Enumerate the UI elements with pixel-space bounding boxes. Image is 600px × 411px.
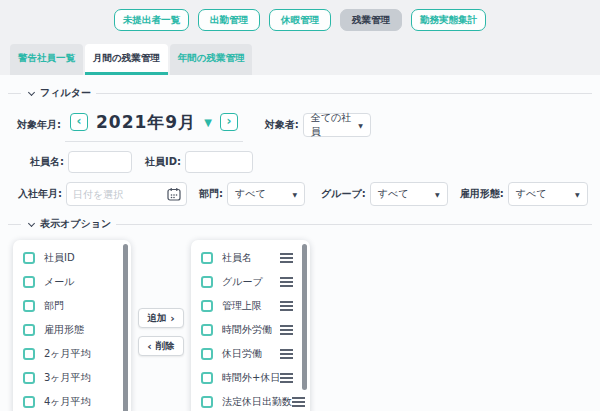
list-item[interactable]: 時間外+休日 (191, 366, 310, 390)
hire-month-label: 入社年月: (18, 187, 62, 201)
divider-line (96, 93, 592, 94)
target-person-label: 対象者: (265, 118, 299, 132)
checkbox[interactable] (201, 300, 213, 312)
list-item[interactable]: メール (13, 270, 131, 294)
select-caret-icon: ▼ (292, 191, 297, 198)
display-options-title: 表示オプション (40, 217, 111, 231)
list-item-label: 法定休日出勤数 (222, 395, 292, 409)
drag-handle-icon[interactable] (292, 397, 305, 407)
display-options-lists: 社員ID メール 部門 雇用形態 2ヶ月平均 3ヶ月平均 4ヶ月平均 追加 › … (8, 240, 592, 411)
nav-button[interactable]: 未提出者一覧 (114, 9, 189, 31)
employee-name-label: 社員名: (30, 155, 64, 169)
scrollbar-thumb[interactable] (123, 244, 128, 411)
display-options-section-header[interactable]: 表示オプション (8, 218, 592, 230)
filter-section-title: フィルター (40, 86, 91, 100)
list-item[interactable]: 管理上限 (191, 294, 310, 318)
scrollbar-thumb[interactable] (302, 244, 307, 390)
checkbox[interactable] (201, 348, 213, 360)
list-item-label: 休日労働 (222, 347, 262, 361)
department-select[interactable]: すべて ▼ (227, 182, 305, 206)
list-item[interactable]: 時間外労働 (191, 318, 310, 342)
next-month-button[interactable]: › (220, 113, 238, 131)
chevron-down-icon (28, 219, 35, 226)
prev-month-button[interactable]: ‹ (70, 113, 88, 131)
department-label: 部門: (199, 187, 223, 201)
tab[interactable]: 警告社員一覧 (10, 44, 83, 75)
available-columns-items: 社員ID メール 部門 雇用形態 2ヶ月平均 3ヶ月平均 4ヶ月平均 (13, 246, 131, 411)
employment-type-select[interactable]: すべて ▼ (508, 182, 588, 206)
filter-row-selects: 入社年月: 部門: すべて ▼ グループ: すべて ▼ 雇用形態: すべて ▼ (8, 182, 592, 206)
checkbox[interactable] (23, 300, 35, 312)
checkbox[interactable] (23, 348, 35, 360)
list-item[interactable]: 4ヶ月平均 (13, 390, 131, 411)
selected-columns-items: 社員名 グループ 管理上限 時間外労働 休日労働 時間外+休日 法定休日出勤数 (191, 246, 310, 411)
drag-handle-icon[interactable] (280, 301, 293, 311)
list-item[interactable]: 社員名 (191, 246, 310, 270)
drag-handle-icon[interactable] (280, 253, 293, 263)
transfer-buttons: 追加 › ‹ 削除 (131, 240, 191, 411)
nav-button[interactable]: 出勤管理 (198, 9, 260, 31)
target-person-value: 全ての社員 (311, 111, 352, 139)
employee-id-label: 社員ID: (145, 155, 181, 169)
drag-handle-icon[interactable] (280, 277, 293, 287)
checkbox[interactable] (23, 252, 35, 264)
chevron-down-icon (28, 88, 35, 95)
select-caret-icon: ▼ (358, 122, 363, 129)
tab[interactable]: 年間の残業管理 (170, 44, 253, 75)
employee-name-input[interactable] (68, 151, 132, 173)
list-item-label: 時間外労働 (222, 323, 272, 337)
list-item[interactable]: グループ (191, 270, 310, 294)
divider-dash (8, 224, 21, 225)
checkbox[interactable] (23, 276, 35, 288)
list-item-label: メール (44, 275, 74, 289)
checkbox[interactable] (201, 276, 213, 288)
calendar-icon (167, 187, 181, 201)
filter-section-header[interactable]: フィルター (8, 87, 592, 99)
group-select[interactable]: すべて ▼ (370, 182, 448, 206)
employment-type-label: 雇用形態: (460, 187, 504, 201)
list-item-label: 4ヶ月平均 (44, 395, 91, 409)
select-caret-icon: ▼ (575, 191, 580, 198)
select-caret-icon: ▼ (435, 191, 440, 198)
chevron-left-icon: ‹ (147, 341, 152, 352)
top-nav: 未提出者一覧出勤管理休暇管理残業管理勤務実態集計 (0, 0, 600, 44)
nav-button[interactable]: 勤務実態集計 (411, 9, 486, 31)
list-item[interactable]: 休日労働 (191, 342, 310, 366)
checkbox[interactable] (201, 372, 213, 384)
checkbox[interactable] (201, 252, 213, 264)
drag-handle-icon[interactable] (280, 349, 293, 359)
add-button[interactable]: 追加 › (138, 308, 184, 328)
drag-handle-icon[interactable] (280, 373, 293, 383)
main-content: フィルター 対象年月: ‹ 2021年9月 ▼ › 対象者: 全ての社員 ▼ 社… (0, 87, 600, 411)
list-item-label: 時間外+休日 (222, 371, 280, 385)
divider-dash (8, 93, 21, 94)
remove-button-label: 削除 (156, 340, 175, 353)
list-item[interactable]: 法定休日出勤数 (191, 390, 310, 411)
chevron-right-icon: › (170, 313, 175, 324)
available-columns-list: 社員ID メール 部門 雇用形態 2ヶ月平均 3ヶ月平均 4ヶ月平均 (13, 240, 131, 411)
list-item[interactable]: 3ヶ月平均 (13, 366, 131, 390)
nav-button[interactable]: 残業管理 (340, 9, 402, 31)
month-caret-down-icon[interactable]: ▼ (204, 117, 212, 128)
checkbox[interactable] (23, 324, 35, 336)
target-month-label: 対象年月: (17, 118, 61, 132)
list-item[interactable]: 部門 (13, 294, 131, 318)
tab-bar: 警告社員一覧月間の残業管理年間の残業管理 (0, 44, 600, 75)
divider-line (116, 224, 592, 225)
checkbox[interactable] (201, 396, 213, 408)
nav-button[interactable]: 休暇管理 (269, 9, 331, 31)
list-item[interactable]: 社員ID (13, 246, 131, 270)
current-month-value[interactable]: 2021年9月 (96, 111, 196, 134)
remove-button[interactable]: ‹ 削除 (138, 336, 184, 356)
drag-handle-icon[interactable] (280, 325, 293, 335)
checkbox[interactable] (23, 396, 35, 408)
list-item-label: 管理上限 (222, 299, 262, 313)
checkbox[interactable] (201, 324, 213, 336)
target-person-select[interactable]: 全ての社員 ▼ (303, 113, 371, 137)
employee-id-input[interactable] (185, 151, 253, 173)
list-item[interactable]: 2ヶ月平均 (13, 342, 131, 366)
list-item[interactable]: 雇用形態 (13, 318, 131, 342)
checkbox[interactable] (23, 372, 35, 384)
tab[interactable]: 月間の残業管理 (85, 44, 168, 75)
list-item-label: 社員ID (44, 251, 75, 265)
